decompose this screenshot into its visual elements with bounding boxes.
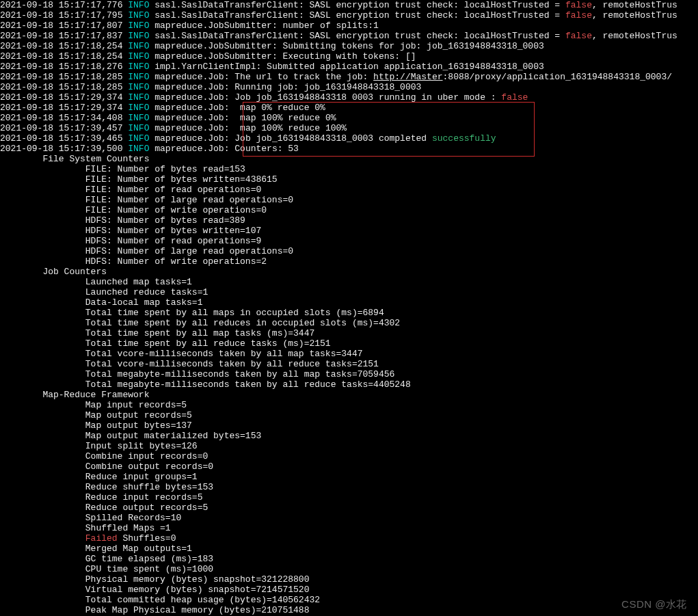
log-line: CPU time spent (ms)=1000 xyxy=(0,564,698,574)
log-line: 2021-09-18 15:17:18,254 INFO mapreduce.J… xyxy=(0,41,698,51)
log-line: Input split bytes=126 xyxy=(0,441,698,451)
log-line: File System Counters xyxy=(0,154,698,164)
log-line: Map output bytes=137 xyxy=(0,420,698,431)
log-line: GC time elapsed (ms)=183 xyxy=(0,554,698,564)
log-line: 2021-09-18 15:17:18,285 INFO mapreduce.J… xyxy=(0,72,698,82)
log-line: Total vcore-milliseconds taken by all ma… xyxy=(0,349,698,359)
log-line: Job Counters xyxy=(0,267,698,277)
log-line: FILE: Number of read operations=0 xyxy=(0,185,698,195)
log-line: Data-local map tasks=1 xyxy=(0,297,698,308)
log-line: Shuffled Maps =1 xyxy=(0,523,698,533)
log-line: 2021-09-18 15:17:39,465 INFO mapreduce.J… xyxy=(0,133,698,144)
log-line: Launched reduce tasks=1 xyxy=(0,287,698,297)
log-line: Merged Map outputs=1 xyxy=(0,544,698,554)
log-line: 2021-09-18 15:17:29,374 INFO mapreduce.J… xyxy=(0,103,698,113)
log-line: 2021-09-18 15:17:39,500 INFO mapreduce.J… xyxy=(0,144,698,154)
log-line: Total time spent by all reduce tasks (ms… xyxy=(0,338,698,349)
log-line: Map output materialized bytes=153 xyxy=(0,431,698,441)
log-line: 2021-09-18 15:17:29,374 INFO mapreduce.J… xyxy=(0,92,698,103)
log-line: Peak Map Physical memory (bytes)=2107514… xyxy=(0,605,698,615)
log-line: 2021-09-18 15:17:18,285 INFO mapreduce.J… xyxy=(0,82,698,92)
log-line: 2021-09-18 15:17:17,795 INFO sasl.SaslDa… xyxy=(0,10,698,21)
log-line: Failed Shuffles=0 xyxy=(0,533,698,544)
log-line: Combine output records=0 xyxy=(0,461,698,472)
log-line: HDFS: Number of read operations=9 xyxy=(0,236,698,246)
terminal-output: 2021-09-18 15:17:17,776 INFO sasl.SaslDa… xyxy=(0,0,698,615)
log-line: FILE: Number of write operations=0 xyxy=(0,205,698,215)
log-line: 2021-09-18 15:17:18,276 INFO impl.YarnCl… xyxy=(0,62,698,72)
log-line: Map input records=5 xyxy=(0,400,698,410)
log-line: 2021-09-18 15:17:17,837 INFO sasl.SaslDa… xyxy=(0,31,698,41)
log-line: Virtual memory (bytes) snapshot=72145715… xyxy=(0,585,698,595)
log-line: FILE: Number of large read operations=0 xyxy=(0,195,698,205)
log-line: Reduce input records=5 xyxy=(0,492,698,503)
log-line: 2021-09-18 15:17:18,254 INFO mapreduce.J… xyxy=(0,51,698,62)
log-line: Combine input records=0 xyxy=(0,451,698,461)
log-line: Reduce output records=5 xyxy=(0,503,698,513)
log-line: HDFS: Number of large read operations=0 xyxy=(0,246,698,256)
log-line: HDFS: Number of bytes written=107 xyxy=(0,226,698,236)
log-line: HDFS: Number of write operations=2 xyxy=(0,256,698,267)
log-line: Total megabyte-milliseconds taken by all… xyxy=(0,369,698,379)
log-line: FILE: Number of bytes written=438615 xyxy=(0,174,698,185)
log-line: 2021-09-18 15:17:17,776 INFO sasl.SaslDa… xyxy=(0,0,698,10)
log-line: 2021-09-18 15:17:17,807 INFO mapreduce.J… xyxy=(0,21,698,31)
log-line: Map-Reduce Framework xyxy=(0,390,698,400)
log-line: Reduce shuffle bytes=153 xyxy=(0,482,698,492)
log-line: Total megabyte-milliseconds taken by all… xyxy=(0,379,698,390)
log-line: Spilled Records=10 xyxy=(0,513,698,523)
log-line: 2021-09-18 15:17:34,408 INFO mapreduce.J… xyxy=(0,113,698,123)
log-line: 2021-09-18 15:17:39,457 INFO mapreduce.J… xyxy=(0,123,698,133)
watermark: CSDN @水花 xyxy=(621,599,687,609)
log-line: Total time spent by all maps in occupied… xyxy=(0,308,698,318)
log-line: Total time spent by all reduces in occup… xyxy=(0,318,698,328)
log-line: Total committed heap usage (bytes)=14056… xyxy=(0,595,698,605)
log-line: Total vcore-milliseconds taken by all re… xyxy=(0,359,698,369)
log-line: Reduce input groups=1 xyxy=(0,472,698,482)
log-line: Launched map tasks=1 xyxy=(0,277,698,287)
log-line: Map output records=5 xyxy=(0,410,698,420)
log-line: Physical memory (bytes) snapshot=3212288… xyxy=(0,574,698,585)
log-line: FILE: Number of bytes read=153 xyxy=(0,164,698,174)
log-line: HDFS: Number of bytes read=389 xyxy=(0,215,698,226)
log-line: Total time spent by all map tasks (ms)=3… xyxy=(0,328,698,338)
